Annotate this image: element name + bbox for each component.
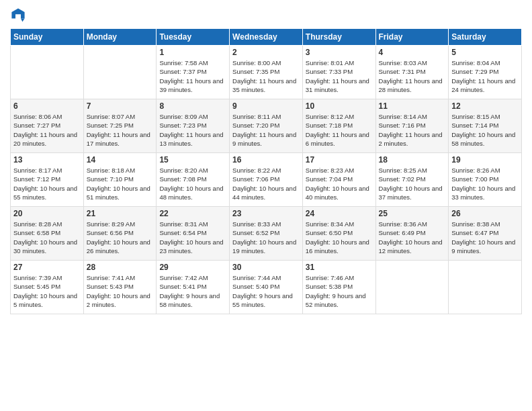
logo-icon [10, 7, 26, 23]
day-info: Sunrise: 7:44 AMSunset: 5:40 PMDaylight:… [232, 273, 300, 309]
day-number: 23 [232, 209, 300, 218]
calendar-cell: 28Sunrise: 7:41 AMSunset: 5:43 PMDayligh… [83, 261, 157, 314]
calendar-cell: 29Sunrise: 7:42 AMSunset: 5:41 PMDayligh… [157, 261, 230, 314]
calendar-cell: 10Sunrise: 8:12 AMSunset: 7:18 PMDayligh… [302, 99, 375, 153]
weekday-header-monday: Monday [83, 29, 157, 46]
day-number: 15 [159, 155, 226, 165]
day-number: 28 [87, 263, 154, 272]
day-info: Sunrise: 8:25 AMSunset: 7:02 PMDaylight:… [379, 166, 446, 201]
weekday-header-tuesday: Tuesday [157, 29, 230, 46]
day-number: 5 [451, 48, 519, 57]
day-info: Sunrise: 8:04 AMSunset: 7:29 PMDaylight:… [451, 58, 519, 94]
day-number: 8 [159, 101, 226, 111]
calendar-cell: 23Sunrise: 8:33 AMSunset: 6:52 PMDayligh… [230, 207, 303, 261]
calendar-cell: 18Sunrise: 8:25 AMSunset: 7:02 PMDayligh… [375, 153, 449, 207]
day-info: Sunrise: 8:34 AMSunset: 6:50 PMDaylight:… [306, 220, 373, 255]
svg-marker-0 [11, 8, 24, 18]
day-info: Sunrise: 7:39 AMSunset: 5:45 PMDaylight:… [13, 273, 81, 309]
calendar-cell: 19Sunrise: 8:26 AMSunset: 7:00 PMDayligh… [449, 153, 522, 207]
day-info: Sunrise: 7:42 AMSunset: 5:41 PMDaylight:… [159, 273, 226, 309]
day-number: 20 [13, 209, 81, 218]
calendar-cell: 31Sunrise: 7:46 AMSunset: 5:38 PMDayligh… [302, 261, 375, 314]
calendar-cell: 8Sunrise: 8:09 AMSunset: 7:23 PMDaylight… [157, 99, 230, 153]
day-info: Sunrise: 7:41 AMSunset: 5:43 PMDaylight:… [87, 273, 154, 309]
calendar-cell: 12Sunrise: 8:15 AMSunset: 7:14 PMDayligh… [449, 99, 522, 153]
day-number: 30 [232, 263, 300, 272]
day-info: Sunrise: 7:46 AMSunset: 5:38 PMDaylight:… [306, 273, 373, 309]
svg-marker-1 [21, 19, 25, 22]
day-info: Sunrise: 8:17 AMSunset: 7:12 PMDaylight:… [13, 166, 81, 201]
day-number: 24 [306, 209, 373, 218]
day-info: Sunrise: 8:06 AMSunset: 7:27 PMDaylight:… [13, 112, 81, 148]
day-number: 11 [379, 101, 446, 111]
calendar-cell: 27Sunrise: 7:39 AMSunset: 5:45 PMDayligh… [11, 261, 84, 314]
day-info: Sunrise: 8:11 AMSunset: 7:20 PMDaylight:… [232, 112, 300, 148]
weekday-header-thursday: Thursday [302, 29, 375, 46]
calendar-cell: 6Sunrise: 8:06 AMSunset: 7:27 PMDaylight… [11, 99, 84, 153]
logo [10, 7, 29, 23]
day-info: Sunrise: 8:28 AMSunset: 6:58 PMDaylight:… [13, 220, 81, 255]
calendar-cell: 2Sunrise: 8:00 AMSunset: 7:35 PMDaylight… [230, 46, 303, 99]
day-number: 29 [159, 263, 226, 272]
day-number: 2 [232, 48, 300, 57]
calendar-cell: 15Sunrise: 8:20 AMSunset: 7:08 PMDayligh… [157, 153, 230, 207]
calendar-cell: 7Sunrise: 8:07 AMSunset: 7:25 PMDaylight… [83, 99, 157, 153]
day-info: Sunrise: 8:03 AMSunset: 7:31 PMDaylight:… [379, 58, 446, 94]
day-info: Sunrise: 8:31 AMSunset: 6:54 PMDaylight:… [159, 220, 226, 255]
day-number: 10 [306, 101, 373, 111]
calendar-cell [11, 46, 84, 99]
day-number: 12 [451, 101, 519, 111]
day-info: Sunrise: 8:01 AMSunset: 7:33 PMDaylight:… [306, 58, 373, 94]
calendar-cell: 21Sunrise: 8:29 AMSunset: 6:56 PMDayligh… [83, 207, 157, 261]
weekday-header-wednesday: Wednesday [230, 29, 303, 46]
day-info: Sunrise: 8:23 AMSunset: 7:04 PMDaylight:… [306, 166, 373, 201]
day-info: Sunrise: 8:15 AMSunset: 7:14 PMDaylight:… [451, 112, 519, 148]
calendar-cell: 26Sunrise: 8:38 AMSunset: 6:47 PMDayligh… [449, 207, 522, 261]
day-info: Sunrise: 8:26 AMSunset: 7:00 PMDaylight:… [451, 166, 519, 201]
calendar-cell: 20Sunrise: 8:28 AMSunset: 6:58 PMDayligh… [11, 207, 84, 261]
day-number: 22 [159, 209, 226, 218]
calendar-cell: 24Sunrise: 8:34 AMSunset: 6:50 PMDayligh… [302, 207, 375, 261]
calendar-cell: 4Sunrise: 8:03 AMSunset: 7:31 PMDaylight… [375, 46, 449, 99]
day-number: 21 [87, 209, 154, 218]
weekday-header-friday: Friday [375, 29, 449, 46]
day-info: Sunrise: 8:07 AMSunset: 7:25 PMDaylight:… [87, 112, 154, 148]
calendar-cell [375, 261, 449, 314]
day-number: 26 [451, 209, 519, 218]
calendar-cell [83, 46, 157, 99]
day-info: Sunrise: 8:09 AMSunset: 7:23 PMDaylight:… [159, 112, 226, 148]
day-info: Sunrise: 8:22 AMSunset: 7:06 PMDaylight:… [232, 166, 300, 201]
calendar-cell: 5Sunrise: 8:04 AMSunset: 7:29 PMDaylight… [449, 46, 522, 99]
day-info: Sunrise: 8:36 AMSunset: 6:49 PMDaylight:… [379, 220, 446, 255]
calendar-cell: 14Sunrise: 8:18 AMSunset: 7:10 PMDayligh… [83, 153, 157, 207]
day-number: 27 [13, 263, 81, 272]
day-info: Sunrise: 8:29 AMSunset: 6:56 PMDaylight:… [87, 220, 154, 255]
day-number: 13 [13, 155, 81, 165]
calendar-cell: 25Sunrise: 8:36 AMSunset: 6:49 PMDayligh… [375, 207, 449, 261]
calendar-cell: 16Sunrise: 8:22 AMSunset: 7:06 PMDayligh… [230, 153, 303, 207]
day-info: Sunrise: 8:00 AMSunset: 7:35 PMDaylight:… [232, 58, 300, 94]
weekday-header-saturday: Saturday [449, 29, 522, 46]
day-number: 31 [306, 263, 373, 272]
calendar-table: SundayMondayTuesdayWednesdayThursdayFrid… [10, 28, 522, 314]
calendar-cell [449, 261, 522, 314]
calendar-cell: 11Sunrise: 8:14 AMSunset: 7:16 PMDayligh… [375, 99, 449, 153]
calendar-cell: 1Sunrise: 7:58 AMSunset: 7:37 PMDaylight… [157, 46, 230, 99]
day-number: 3 [306, 48, 373, 57]
calendar-cell: 13Sunrise: 8:17 AMSunset: 7:12 PMDayligh… [11, 153, 84, 207]
calendar-cell: 30Sunrise: 7:44 AMSunset: 5:40 PMDayligh… [230, 261, 303, 314]
page-header [10, 7, 522, 23]
day-info: Sunrise: 8:20 AMSunset: 7:08 PMDaylight:… [159, 166, 226, 201]
calendar-cell: 22Sunrise: 8:31 AMSunset: 6:54 PMDayligh… [157, 207, 230, 261]
day-number: 25 [379, 209, 446, 218]
day-number: 14 [87, 155, 154, 165]
day-number: 18 [379, 155, 446, 165]
day-number: 1 [159, 48, 226, 57]
day-number: 7 [87, 101, 154, 111]
day-number: 4 [379, 48, 446, 57]
calendar-cell: 9Sunrise: 8:11 AMSunset: 7:20 PMDaylight… [230, 99, 303, 153]
day-number: 9 [232, 101, 300, 111]
calendar-cell: 17Sunrise: 8:23 AMSunset: 7:04 PMDayligh… [302, 153, 375, 207]
calendar-cell: 3Sunrise: 8:01 AMSunset: 7:33 PMDaylight… [302, 46, 375, 99]
day-number: 16 [232, 155, 300, 165]
